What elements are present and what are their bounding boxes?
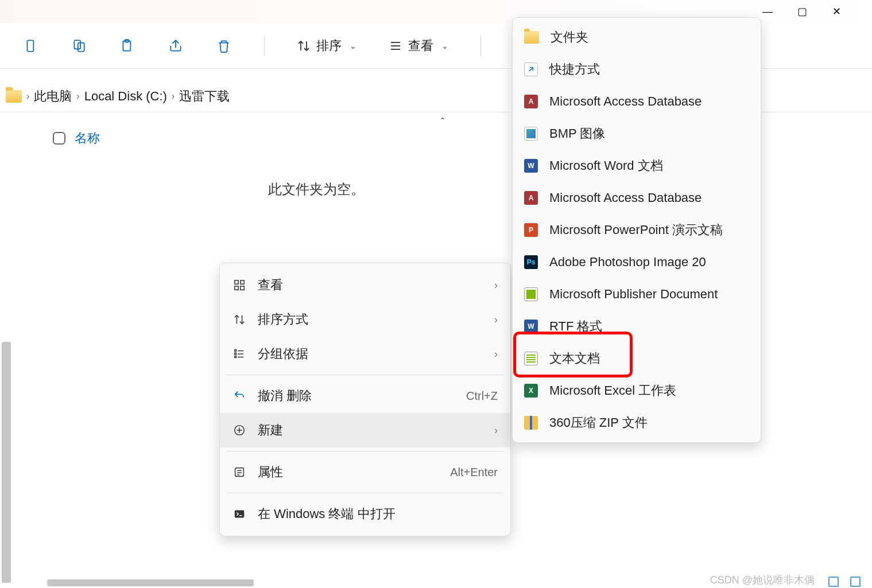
ctx-group[interactable]: 分组依据 › <box>220 337 510 371</box>
new-photoshop[interactable]: PsAdobe Photoshop Image 20 <box>513 246 761 278</box>
ctx-view[interactable]: 查看 › <box>220 268 510 302</box>
share-icon[interactable] <box>168 38 184 54</box>
chevron-right-icon: › <box>494 348 498 360</box>
sort-label: 排序 <box>316 37 342 54</box>
ctx-new[interactable]: 新建 › <box>220 413 510 447</box>
plus-circle-icon <box>232 423 246 437</box>
excel-icon: X <box>524 384 538 398</box>
minimize-button[interactable]: — <box>762 6 773 17</box>
nav-scrollbar[interactable] <box>0 112 13 588</box>
copy-icon[interactable] <box>71 38 87 54</box>
new-rtf[interactable]: WRTF 格式 <box>513 310 761 342</box>
powerpoint-icon: P <box>524 223 538 237</box>
ctx-label: 排序方式 <box>258 311 483 328</box>
item-label: 快捷方式 <box>549 61 600 78</box>
svg-rect-0 <box>28 40 34 52</box>
new-access-2[interactable]: AMicrosoft Access Database <box>513 182 761 214</box>
undo-icon <box>232 389 246 403</box>
ctx-properties[interactable]: 属性 Alt+Enter <box>220 455 510 489</box>
view-mode-icons <box>828 577 861 587</box>
new-publisher[interactable]: Microsoft Publisher Document <box>513 278 761 310</box>
svg-rect-1 <box>74 40 80 49</box>
new-access[interactable]: AMicrosoft Access Database <box>513 85 761 118</box>
new-word[interactable]: WMicrosoft Word 文档 <box>513 150 761 182</box>
cut-icon[interactable] <box>23 38 39 54</box>
chevron-down-icon: ⌄ <box>350 41 356 50</box>
chevron-right-icon: › <box>494 279 498 291</box>
ctx-label: 新建 <box>258 422 483 439</box>
folder-icon[interactable] <box>6 90 22 103</box>
svg-rect-16 <box>235 353 237 355</box>
item-label: 360压缩 ZIP 文件 <box>549 414 648 431</box>
breadcrumb-item[interactable]: 迅雷下载 <box>179 88 230 105</box>
ctx-label: 查看 <box>258 277 483 294</box>
terminal-icon <box>232 507 246 521</box>
chevron-right-icon: › <box>172 91 175 102</box>
word-icon: W <box>524 159 538 173</box>
context-menu: 查看 › 排序方式 › 分组依据 › 撤消 删除 Ctrl+Z 新建 › 属性 … <box>219 263 511 536</box>
ctx-label: 在 Windows 终端 中打开 <box>258 505 498 523</box>
breadcrumb-item[interactable]: Local Disk (C:) <box>84 89 167 104</box>
new-bmp[interactable]: BMP 图像 <box>513 118 761 150</box>
view-label: 查看 <box>408 37 433 54</box>
ctx-undo[interactable]: 撤消 删除 Ctrl+Z <box>220 379 510 413</box>
svg-rect-11 <box>241 286 244 290</box>
new-excel[interactable]: XMicrosoft Excel 工作表 <box>513 375 761 407</box>
item-label: Microsoft Access Database <box>549 190 702 205</box>
svg-rect-9 <box>241 281 244 284</box>
item-label: Microsoft PowerPoint 演示文稿 <box>549 221 723 239</box>
ctx-sort[interactable]: 排序方式 › <box>220 302 510 337</box>
menu-separator <box>227 451 503 451</box>
svg-rect-15 <box>235 350 237 352</box>
ctx-label: 属性 <box>258 464 439 481</box>
svg-rect-10 <box>235 286 238 290</box>
new-powerpoint[interactable]: PMicrosoft PowerPoint 演示文稿 <box>513 214 761 246</box>
publisher-icon <box>524 287 538 301</box>
new-folder[interactable]: 文件夹 <box>513 21 761 53</box>
access-icon: A <box>524 191 538 205</box>
window-controls: — ▢ ✕ <box>762 6 854 17</box>
breadcrumb-item[interactable]: 此电脑 <box>34 88 72 105</box>
view-button[interactable]: 查看 ⌄ <box>389 37 448 54</box>
scrollbar-thumb[interactable] <box>47 579 254 586</box>
column-name[interactable]: 名称 <box>75 130 100 147</box>
new-shortcut[interactable]: 快捷方式 <box>513 53 761 85</box>
toolbar-separator <box>480 36 481 56</box>
toolbar-separator <box>264 36 265 56</box>
item-label: Microsoft Publisher Document <box>549 287 718 302</box>
item-label: Adobe Photoshop Image 20 <box>549 255 706 270</box>
select-all-checkbox[interactable] <box>53 132 65 145</box>
item-label: Microsoft Access Database <box>549 94 702 109</box>
group-icon <box>232 347 246 361</box>
item-label: 文本文档 <box>549 350 600 367</box>
chevron-right-icon: › <box>76 91 79 102</box>
scrollbar-thumb[interactable] <box>2 342 11 583</box>
chevron-down-icon: ⌄ <box>441 41 448 50</box>
zip-icon <box>524 416 538 430</box>
ctx-terminal[interactable]: 在 Windows 终端 中打开 <box>220 497 510 531</box>
bmp-icon <box>524 127 538 141</box>
close-button[interactable]: ✕ <box>831 6 842 17</box>
svg-rect-8 <box>235 281 238 284</box>
item-label: Microsoft Excel 工作表 <box>549 382 676 399</box>
menu-separator <box>227 493 503 493</box>
new-zip[interactable]: 360压缩 ZIP 文件 <box>513 407 761 439</box>
ctx-label: 撤消 删除 <box>258 387 455 404</box>
ctx-shortcut: Alt+Enter <box>450 466 498 479</box>
photoshop-icon: Ps <box>524 255 538 269</box>
maximize-button[interactable]: ▢ <box>796 6 808 17</box>
chevron-right-icon: › <box>494 314 498 326</box>
paste-icon[interactable] <box>119 38 135 54</box>
svg-rect-25 <box>235 511 245 518</box>
tiles-view-icon[interactable] <box>850 577 861 587</box>
details-view-icon[interactable] <box>828 577 839 587</box>
horizontal-scrollbar[interactable] <box>47 578 608 588</box>
folder-icon <box>524 31 539 44</box>
item-label: Microsoft Word 文档 <box>549 157 663 174</box>
new-text-document[interactable]: 文本文档 <box>513 342 761 375</box>
chevron-right-icon: › <box>26 91 29 102</box>
sort-icon <box>232 313 246 326</box>
sort-button[interactable]: 排序 ⌄ <box>297 37 356 54</box>
shortcut-icon <box>524 63 538 76</box>
delete-icon[interactable] <box>216 38 232 54</box>
